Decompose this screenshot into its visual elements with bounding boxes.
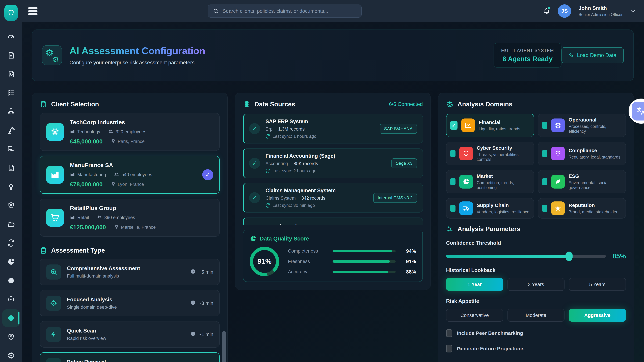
sidebar-item-dashboard-icon[interactable] <box>2 28 20 45</box>
sidebar-item-chat-icon[interactable] <box>2 140 20 158</box>
data-sources-panel: Data Sources 6/6 Connected ✓ SAP ERP Sys… <box>235 93 431 290</box>
historical-lookback-label: Historical Lookback <box>446 267 626 273</box>
employees-icon <box>108 129 113 135</box>
assessment-card-quick-scan[interactable]: Quick Scan Rapid risk overview ~1 min <box>40 321 220 348</box>
cart-icon <box>46 209 64 227</box>
domain-card-operational[interactable]: ⚙ OperationalProcesses, controls, effici… <box>538 114 626 137</box>
domain-card-reputation[interactable]: ★ ReputationBrand, media, stakeholder <box>538 198 626 219</box>
data-quality-card: Data Quality Score 91% Completeness 94% … <box>243 230 423 282</box>
client-card-techcorp[interactable]: TechCorp Industries Technology 320 emplo… <box>40 113 220 151</box>
domain-card-cyber-security[interactable]: Cyber SecurityThreats, vulnerabilities, … <box>446 142 534 165</box>
risk-option-conservative[interactable]: Conservative <box>446 309 503 322</box>
source-system-badge: Internal CMS v3.2 <box>373 193 417 203</box>
peer-benchmarking-option[interactable]: Include Peer Benchmarking <box>446 329 626 337</box>
sidebar-item-report-file-icon[interactable] <box>2 65 20 83</box>
source-card-claims[interactable]: ✓ Claims Management System Claims System… <box>243 183 423 213</box>
sync-icon <box>266 203 270 208</box>
client-selection-panel: Client Selection TechCorp Industries Tec… <box>32 93 228 362</box>
domain-checkbox[interactable] <box>450 205 456 212</box>
risk-option-moderate[interactable]: Moderate <box>508 309 564 322</box>
magnifier-plus-icon <box>46 265 61 280</box>
domain-checkbox[interactable] <box>542 122 548 129</box>
confidence-slider[interactable] <box>446 255 606 258</box>
sidebar: ⚙ <box>0 0 22 362</box>
domain-card-esg[interactable]: ESGEnvironmental, social, governance <box>538 170 626 193</box>
connected-check-icon: ✓ <box>249 158 260 169</box>
sidebar-item-tasks-icon[interactable] <box>2 84 20 102</box>
sidebar-item-analytics-pie-icon[interactable] <box>2 253 20 271</box>
clock-icon <box>190 331 196 338</box>
user-role: Senior Admission Officer <box>578 12 622 17</box>
agent-system-label: MULTI-AGENT SYSTEM <box>501 48 554 53</box>
notifications-button[interactable] <box>543 7 550 15</box>
sidebar-item-assistant-robot-icon[interactable] <box>2 291 20 308</box>
assessment-card-comprehensive[interactable]: Comprehensive Assessment Full multi-doma… <box>40 259 220 285</box>
peer-benchmarking-checkbox[interactable] <box>446 329 452 337</box>
sidebar-item-compliance-shield-icon[interactable] <box>2 328 20 346</box>
sidebar-item-policy-file-icon[interactable] <box>2 46 20 64</box>
source-card-sap[interactable]: ✓ SAP ERP System Erp1.3M records Last sy… <box>243 114 423 143</box>
domain-card-compliance[interactable]: ComplianceRegulatory, legal, standards <box>538 142 626 165</box>
data-sources-heading: Data Sources <box>254 101 295 108</box>
source-card-sage[interactable]: ✓ Financial Accounting (Sage) Accounting… <box>243 148 423 178</box>
domain-card-market[interactable]: MarketCompetition, trends, positioning <box>446 170 534 193</box>
quality-overall: 91% <box>258 257 272 266</box>
search-input[interactable]: Search clients, policies, claims, or doc… <box>208 4 362 17</box>
industry-icon <box>70 129 75 135</box>
avatar[interactable]: JS <box>558 4 571 18</box>
domain-checkbox[interactable] <box>542 150 548 157</box>
client-card-manufrance-selected[interactable]: ManuFrance SA Manufacturing 540 employee… <box>40 156 220 194</box>
quality-metric-row: Freshness 91% <box>288 259 416 264</box>
menu-button[interactable] <box>28 7 38 15</box>
sidebar-item-settings-gear-icon[interactable]: ⚙ <box>2 347 20 362</box>
sidebar-item-workflow-icon[interactable] <box>2 103 20 120</box>
future-projections-option[interactable]: Generate Future Projections <box>446 345 626 353</box>
lookback-option-5-years[interactable]: 5 Years <box>569 278 626 291</box>
client-card-retailplus[interactable]: RetailPlus Group Retail 890 employees €1… <box>40 199 220 237</box>
sidebar-item-security-shield-icon[interactable] <box>2 197 20 214</box>
sidebar-item-legal-gavel-icon[interactable] <box>2 122 20 139</box>
chevron-down-icon[interactable] <box>630 8 636 14</box>
scales-icon <box>551 147 565 160</box>
domain-card-supply-chain[interactable]: Supply ChainVendors, logistics, resilien… <box>446 198 534 219</box>
star-icon: ★ <box>551 201 565 215</box>
sliders-icon <box>446 225 454 233</box>
sidebar-item-ai-assessment-icon-active[interactable] <box>2 309 20 327</box>
clock-icon <box>190 300 196 307</box>
analysis-panel: Analysis Domains ✓ FinancialLiquidity, r… <box>438 93 634 362</box>
domain-checkbox[interactable] <box>542 178 548 185</box>
shield-icon <box>459 147 473 160</box>
risk-option-aggressive[interactable]: Aggressive <box>569 309 626 322</box>
assessment-card-policy-renewal-selected[interactable]: Policy Renewal Pre-renewal assessment ~4… <box>40 352 220 362</box>
domain-checkbox[interactable] <box>450 150 456 157</box>
connected-check-icon: ✓ <box>249 123 260 134</box>
domain-card-financial[interactable]: ✓ FinancialLiquidity, ratios, trends <box>446 114 534 137</box>
app-logo-shield-icon[interactable] <box>4 5 18 21</box>
panel-scrollbar[interactable] <box>222 331 226 362</box>
industry-icon <box>70 172 75 178</box>
sidebar-item-insights-bulb-icon[interactable] <box>2 178 20 195</box>
sidebar-item-files-folder-icon[interactable] <box>2 216 20 233</box>
page-subtitle: Configure your enterprise risk assessmen… <box>70 60 494 66</box>
source-system-badge: Sage X3 <box>392 158 417 168</box>
analysis-parameters-heading: Analysis Parameters <box>458 225 520 233</box>
future-projections-checkbox[interactable] <box>446 345 452 353</box>
domain-checkbox[interactable] <box>450 178 456 185</box>
source-card-hr[interactable]: ✓ HR Information System Hr System540 rec… <box>243 218 423 225</box>
sidebar-item-ai-brain-icon[interactable] <box>2 272 20 289</box>
load-demo-data-button[interactable]: ✎ Load Demo Data <box>562 47 624 63</box>
lookback-option-3-years[interactable]: 3 Years <box>508 278 564 291</box>
sidebar-item-document-icon[interactable] <box>2 159 20 177</box>
slider-handle[interactable] <box>566 252 572 261</box>
source-system-badge: SAP S/4HANA <box>380 124 417 134</box>
lookback-option-1-year[interactable]: 1 Year <box>446 278 503 291</box>
sidebar-item-sync-icon[interactable] <box>2 234 20 252</box>
notification-badge <box>547 6 551 10</box>
lightning-icon <box>46 327 61 342</box>
sync-icon <box>266 134 270 139</box>
domain-checkbox-checked[interactable]: ✓ <box>450 121 458 130</box>
assessment-card-focused[interactable]: Focused Analysis Single domain deep-dive… <box>40 290 220 317</box>
client-revenue: €45,000,000 <box>70 138 103 145</box>
client-selection-heading: Client Selection <box>51 101 99 108</box>
domain-checkbox[interactable] <box>542 205 548 212</box>
